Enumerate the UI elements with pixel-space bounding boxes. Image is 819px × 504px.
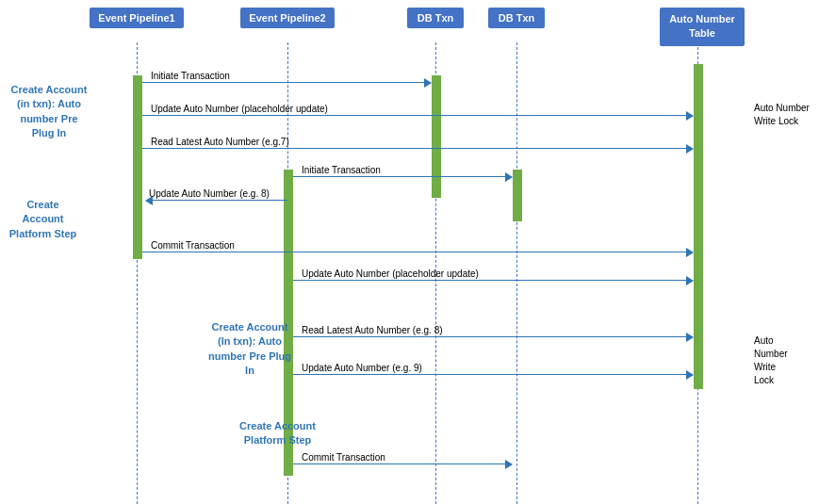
label-update-auto-num-1: Update Auto Number (placeholder update) — [151, 104, 328, 114]
label-initiate-txn2: Initiate Transaction — [302, 165, 381, 175]
arrow-update-auto-placeholder2 — [293, 280, 693, 281]
label-update-auto-8: Update Auto Number (e.g. 8) — [149, 188, 270, 199]
arrow-initiate-txn2 — [293, 176, 512, 177]
arrow-initiate-txn — [142, 82, 431, 83]
activation-bar-dbtxn1 — [432, 75, 441, 198]
side-label-create-account-2: Create Account (In txn): Auto number Pre… — [207, 320, 292, 379]
lifeline-dbtxn2: DB Txn — [488, 8, 545, 28]
activation-bar-ep1 — [133, 75, 142, 259]
right-label-write-lock-1: Auto NumberWrite Lock — [754, 102, 810, 128]
lifeline-dbtxn1: DB Txn — [407, 8, 464, 28]
arrow-commit-txn2 — [293, 463, 512, 464]
label-read-latest-1: Read Latest Auto Number (e.g.7) — [151, 137, 289, 147]
lifeline-ep2: Event Pipeline2 — [240, 8, 335, 28]
label-commit-txn1: Commit Transaction — [151, 240, 235, 251]
label-read-latest-2: Read Latest Auto Number (e.g. 8) — [302, 325, 443, 335]
arrow-commit-txn1 — [142, 252, 693, 252]
label-initiate-txn: Initiate Transaction — [151, 71, 230, 81]
sequence-diagram: Event Pipeline1 Event Pipeline2 DB Txn D… — [0, 0, 819, 504]
arrow-read-latest-2 — [293, 336, 693, 337]
label-update-auto-9: Update Auto Number (e.g. 9) — [302, 363, 422, 373]
side-label-create-account-platform-1: Create Account Platform Step — [8, 198, 78, 241]
arrow-update-auto-num-1 — [142, 115, 693, 116]
lifeline-ep1: Event Pipeline1 — [90, 8, 184, 28]
label-update-auto-placeholder2: Update Auto Number (placeholder update) — [302, 268, 479, 279]
side-label-create-account-1: Create Account (in txn): Auto number Pre… — [8, 83, 90, 141]
activation-bar-ant2 — [694, 267, 703, 389]
lifeline-line-dbtxn2 — [516, 42, 517, 504]
right-label-write-lock-2: AutoNumberWriteLock — [754, 334, 788, 387]
label-commit-txn2: Commit Transaction — [302, 452, 385, 463]
arrow-read-latest-1 — [142, 148, 693, 149]
activation-bar-dbtxn2 — [513, 170, 522, 221]
arrow-update-auto-8 — [146, 200, 287, 201]
side-label-create-account-platform-2: Create Account Platform Step — [238, 419, 318, 448]
activation-bar-ant1 — [694, 64, 703, 267]
arrow-update-auto-9 — [293, 374, 693, 375]
lifeline-ant: Auto NumberTable — [660, 8, 745, 46]
